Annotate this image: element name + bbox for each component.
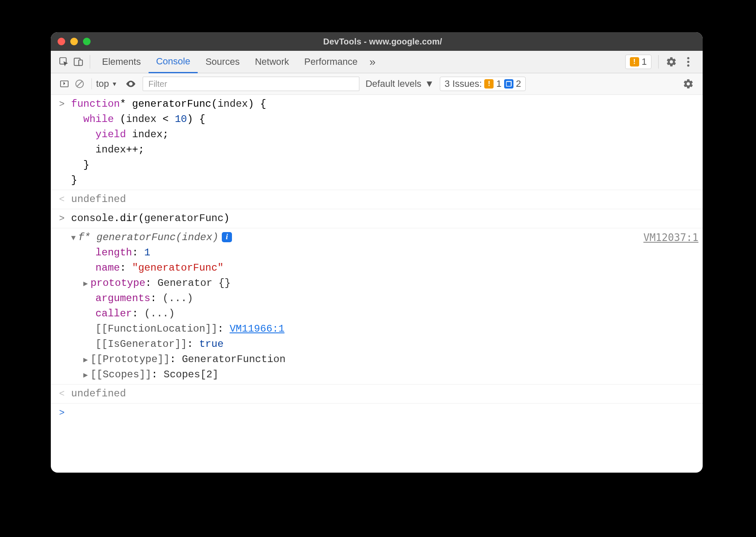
toggle-sidebar-icon[interactable] <box>57 79 72 89</box>
svg-point-5 <box>687 64 689 66</box>
info-badge-icon[interactable]: i <box>222 232 232 242</box>
caret-right-icon[interactable]: ▶ <box>83 371 88 379</box>
live-expression-icon[interactable] <box>123 78 138 89</box>
panel-tabbar: Elements Console Sources Network Perform… <box>51 51 703 73</box>
function-location-link[interactable]: VM11966:1 <box>229 323 284 335</box>
inspect-element-icon[interactable] <box>57 51 71 73</box>
output-chevron-icon: < <box>59 387 64 401</box>
issues-warn-count: 1 <box>496 78 501 89</box>
code-input: console.dir(generatorFunc) <box>71 211 698 226</box>
close-window-button[interactable] <box>58 38 65 45</box>
window-titlebar: DevTools - www.google.com/ <box>51 32 703 51</box>
svg-point-4 <box>687 61 689 63</box>
svg-point-8 <box>130 83 132 85</box>
warnings-badge[interactable]: ! 1 <box>625 55 651 69</box>
clear-console-icon[interactable] <box>72 79 87 89</box>
input-chevron-icon: > <box>59 212 64 226</box>
console-entry-input: > function* generatorFunc(index) { while… <box>51 95 703 190</box>
issues-info-count: 2 <box>516 78 521 89</box>
prompt-chevron-icon: > <box>59 406 64 420</box>
info-icon: ❐ <box>504 79 513 89</box>
console-entry-input: > console.dir(generatorFunc) <box>51 209 703 228</box>
more-tabs-button[interactable]: » <box>365 51 380 73</box>
filter-box[interactable] <box>143 77 359 91</box>
divider <box>658 55 659 69</box>
console-entry-return: < undefined <box>51 385 703 404</box>
context-selector[interactable]: top▼ <box>96 78 117 89</box>
tab-console[interactable]: Console <box>149 51 198 73</box>
window-title: DevTools - www.google.com/ <box>69 37 696 47</box>
divider <box>90 55 90 69</box>
return-value: undefined <box>71 388 126 399</box>
levels-label: Default levels <box>365 78 421 89</box>
settings-icon[interactable] <box>663 51 680 73</box>
caret-right-icon[interactable]: ▶ <box>83 356 88 364</box>
tab-performance[interactable]: Performance <box>297 51 365 73</box>
source-link[interactable]: VM12037:1 <box>643 232 698 244</box>
console-entry-dir: ▼f* generatorFunc(index)i length: 1 name… <box>51 228 703 385</box>
warning-icon: ! <box>484 79 494 89</box>
console-body[interactable]: > function* generatorFunc(index) { while… <box>51 95 703 473</box>
filter-input[interactable] <box>147 79 355 89</box>
code-input: function* generatorFunc(index) { while (… <box>71 97 698 188</box>
warnings-count: 1 <box>642 56 647 67</box>
return-value: undefined <box>71 194 126 205</box>
caret-right-icon[interactable]: ▶ <box>83 280 88 288</box>
device-toolbar-icon[interactable] <box>71 51 86 73</box>
tab-network[interactable]: Network <box>247 51 297 73</box>
kebab-menu-icon[interactable] <box>680 51 697 73</box>
prompt-input[interactable] <box>71 405 698 420</box>
tab-sources[interactable]: Sources <box>198 51 247 73</box>
svg-point-3 <box>687 57 689 59</box>
console-settings-icon[interactable] <box>680 78 697 89</box>
caret-down-icon[interactable]: ▼ <box>71 234 76 242</box>
warning-icon: ! <box>630 57 639 66</box>
devtools-window: DevTools - www.google.com/ Elements Cons… <box>51 32 703 473</box>
issues-label: 3 Issues: <box>444 78 482 89</box>
object-tree[interactable]: ▼f* generatorFunc(index)i length: 1 name… <box>71 230 637 382</box>
output-chevron-icon: < <box>59 193 64 207</box>
levels-selector[interactable]: Default levels▼ <box>365 78 434 89</box>
console-prompt[interactable]: > <box>51 404 703 422</box>
context-label: top <box>96 78 109 89</box>
tab-elements[interactable]: Elements <box>94 51 149 73</box>
input-chevron-icon: > <box>59 97 64 188</box>
issues-button[interactable]: 3 Issues: !1 ❐2 <box>440 77 526 91</box>
svg-rect-2 <box>79 60 83 66</box>
console-toolbar: top▼ Default levels▼ 3 Issues: !1 ❐2 <box>51 73 703 95</box>
console-entry-return: < undefined <box>51 190 703 209</box>
divider <box>91 78 92 89</box>
